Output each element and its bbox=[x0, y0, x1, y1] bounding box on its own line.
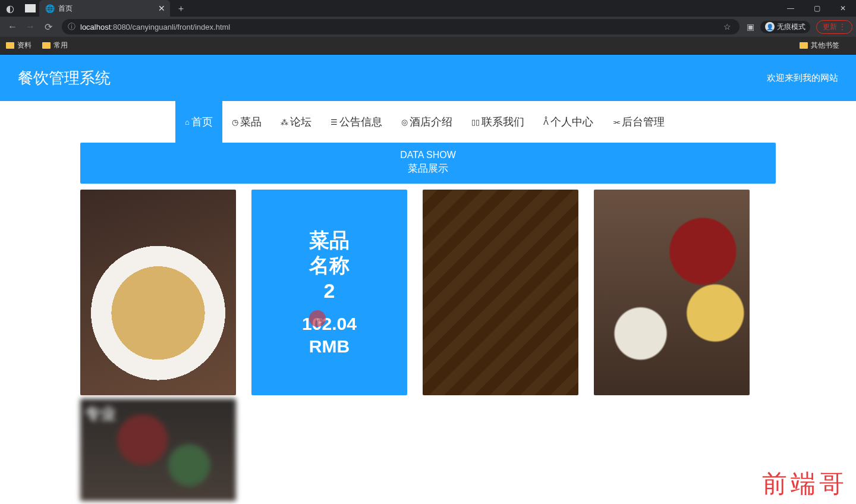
watermark: 前端哥 bbox=[762, 467, 848, 500]
dish-card[interactable] bbox=[80, 190, 236, 395]
notice-icon: ☰ bbox=[331, 118, 338, 127]
address-bar[interactable]: ⓘ localhost:8080/canyinguanli/front/inde… bbox=[62, 19, 739, 34]
dish-icon: ◷ bbox=[232, 118, 238, 127]
nav-home[interactable]: ⌂首页 bbox=[175, 101, 222, 143]
new-tab-button[interactable]: ＋ bbox=[174, 1, 188, 15]
browser-tab[interactable]: 🌐 首页 ✕ bbox=[39, 0, 170, 17]
browser-toolbar: ← → ⟳ ⓘ localhost:8080/canyinguanli/fron… bbox=[0, 17, 856, 37]
page-viewport: 餐饮管理系统 欢迎来到我的网站 ⌂首页 ◷菜品 ⁂论坛 ☰公告信息 ◎酒店介绍 … bbox=[0, 55, 856, 504]
dish-card-hover[interactable]: 菜品 名称 2 102.04 RMB bbox=[251, 190, 407, 395]
site-title: 餐饮管理系统 bbox=[18, 68, 111, 89]
dish-card[interactable]: 专业 bbox=[80, 399, 236, 501]
nav-dishes[interactable]: ◷菜品 bbox=[222, 101, 271, 143]
cursor-indicator bbox=[309, 310, 326, 327]
bookmark-item[interactable]: 资料 bbox=[6, 40, 32, 51]
link-icon: ⫘ bbox=[612, 118, 620, 127]
minimize-button[interactable]: — bbox=[778, 0, 804, 17]
folder-icon bbox=[800, 42, 808, 49]
reload-button[interactable]: ⟳ bbox=[39, 18, 57, 36]
banner-en: DATA SHOW bbox=[80, 150, 776, 160]
nav-contact[interactable]: ▯▯联系我们 bbox=[462, 101, 534, 143]
window-close-button[interactable]: ✕ bbox=[830, 0, 856, 17]
extensions-icon[interactable]: ▣ bbox=[744, 22, 757, 32]
dish-card[interactable] bbox=[594, 190, 750, 395]
contact-icon: ▯▯ bbox=[471, 118, 480, 127]
forum-icon: ⁂ bbox=[281, 118, 288, 127]
forward-button[interactable]: → bbox=[21, 18, 39, 36]
dish-overlay-text: 专业 bbox=[85, 404, 116, 424]
incognito-icon: 👤 bbox=[765, 22, 775, 32]
close-icon[interactable]: ✕ bbox=[158, 4, 165, 13]
bookmark-item[interactable]: 常用 bbox=[42, 40, 68, 51]
tab-title: 首页 bbox=[58, 4, 73, 14]
app-icon: ◐ bbox=[2, 1, 18, 16]
nav-admin[interactable]: ⫘后台管理 bbox=[603, 101, 674, 143]
user-icon: ᐰ bbox=[543, 118, 549, 127]
dish-card-row: 菜品 名称 2 102.04 RMB bbox=[80, 190, 776, 395]
other-bookmarks[interactable]: 其他书签 bbox=[800, 40, 839, 51]
nav-profile[interactable]: ᐰ个人中心 bbox=[534, 101, 603, 143]
hotel-icon: ◎ bbox=[401, 118, 408, 127]
home-icon: ⌂ bbox=[185, 118, 190, 127]
nav-notice[interactable]: ☰公告信息 bbox=[321, 101, 392, 143]
back-button[interactable]: ← bbox=[4, 18, 21, 36]
site-header: 餐饮管理系统 欢迎来到我的网站 bbox=[0, 55, 856, 101]
incognito-label: 无痕模式 bbox=[777, 22, 805, 32]
folder-icon bbox=[42, 42, 51, 49]
maximize-button[interactable]: ▢ bbox=[804, 0, 830, 17]
main-nav: ⌂首页 ◷菜品 ⁂论坛 ☰公告信息 ◎酒店介绍 ▯▯联系我们 ᐰ个人中心 ⫘后台… bbox=[0, 101, 856, 143]
banner-cn: 菜品展示 bbox=[80, 162, 776, 175]
nav-hotel[interactable]: ◎酒店介绍 bbox=[392, 101, 462, 143]
incognito-badge: 👤 无痕模式 bbox=[760, 21, 810, 33]
tab-thumbnail-icon[interactable] bbox=[25, 4, 36, 12]
folder-icon bbox=[6, 42, 14, 49]
nav-forum[interactable]: ⁂论坛 bbox=[271, 101, 321, 143]
globe-icon: 🌐 bbox=[45, 4, 55, 13]
bookmarks-bar: 资料 常用 其他书签 bbox=[0, 37, 856, 55]
dish-card[interactable] bbox=[423, 190, 578, 395]
browser-tab-strip: ◐ 🌐 首页 ✕ ＋ — ▢ ✕ bbox=[0, 0, 856, 17]
update-button[interactable]: 更新 ⋮ bbox=[816, 20, 852, 34]
section-banner: DATA SHOW 菜品展示 bbox=[80, 143, 776, 184]
welcome-text: 欢迎来到我的网站 bbox=[767, 73, 838, 84]
site-info-icon[interactable]: ⓘ bbox=[68, 21, 75, 32]
url-text: localhost:8080/canyinguanli/front/index.… bbox=[80, 23, 230, 32]
dish-name: 菜品 名称 2 bbox=[309, 228, 350, 304]
bookmark-star-icon[interactable]: ☆ bbox=[721, 22, 734, 32]
